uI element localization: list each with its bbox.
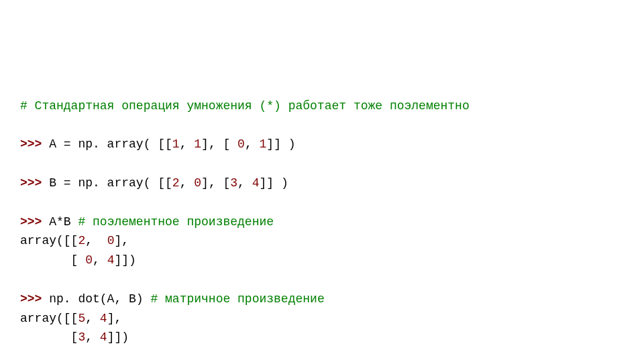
- comment-line-1: # Стандартная операция умножения (*) раб…: [20, 99, 470, 113]
- num: 2: [172, 176, 180, 190]
- code-text: ], [: [201, 176, 230, 190]
- num: 0: [107, 234, 115, 247]
- code-text: ]] ): [260, 176, 288, 190]
- output-text: ]]): [114, 253, 136, 267]
- code-text: ], [: [201, 137, 237, 151]
- output-text: [: [20, 330, 78, 344]
- num: 1: [172, 137, 180, 151]
- output-text: ]]): [107, 330, 129, 344]
- output-text: ,: [85, 234, 107, 247]
- prompt-1: >>>: [20, 137, 42, 151]
- code-text: A = np. array( [[: [42, 137, 172, 151]
- output-text: ,: [85, 330, 100, 344]
- num: 3: [230, 176, 237, 190]
- output-text: ,: [85, 312, 100, 325]
- comment-line-2: # поэлементное произведение: [78, 215, 274, 229]
- output-text: ,: [93, 253, 107, 267]
- num: 2: [78, 234, 85, 247]
- prompt-3: >>>: [20, 215, 42, 229]
- code-text: np. dot(A, B): [42, 292, 150, 306]
- output-text: ],: [114, 234, 129, 247]
- num: 0: [85, 253, 93, 267]
- num: 4: [100, 312, 107, 325]
- output-text: array([[: [20, 234, 78, 247]
- code-text: ,: [237, 176, 252, 190]
- num: 4: [100, 330, 107, 344]
- prompt-4: >>>: [20, 292, 42, 306]
- output-text: ],: [107, 312, 122, 325]
- code-text: A*B: [42, 215, 78, 229]
- code-text: B = np. array( [[: [42, 176, 172, 190]
- code-block: # Стандартная операция умножения (*) раб…: [0, 0, 644, 347]
- num: 4: [107, 253, 115, 267]
- num: 5: [78, 312, 85, 325]
- prompt-2: >>>: [20, 176, 42, 190]
- num: 1: [260, 137, 267, 151]
- code-text: ]] ): [266, 137, 295, 151]
- code-text: ,: [180, 176, 195, 190]
- comment-line-3: # матричное произведение: [150, 292, 324, 306]
- code-text: ,: [245, 137, 260, 151]
- num: 1: [194, 137, 201, 151]
- num: 4: [252, 176, 260, 190]
- num: 0: [194, 176, 201, 190]
- code-text: ,: [180, 137, 195, 151]
- output-text: [: [20, 253, 85, 267]
- output-text: array([[: [20, 312, 78, 325]
- num: 0: [237, 137, 245, 151]
- num: 3: [78, 330, 85, 344]
